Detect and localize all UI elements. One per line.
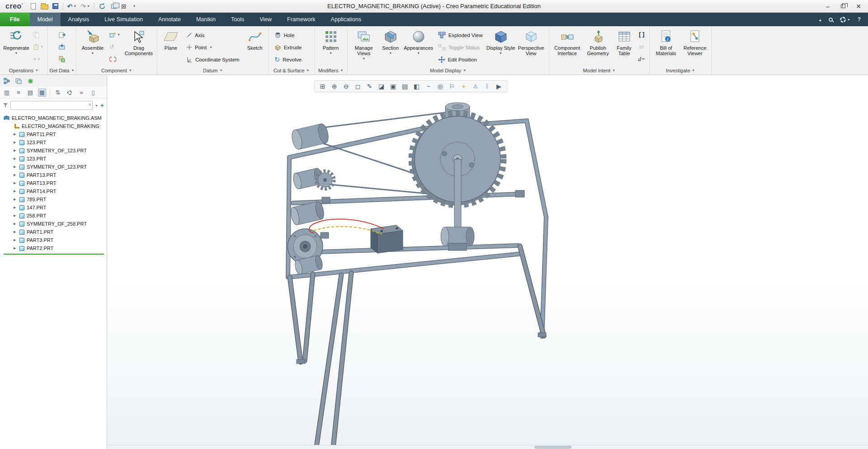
tree-item-root[interactable]: ELECTRO_MAGNETIC_BRAKING.ASM (0, 114, 107, 122)
help-button[interactable]: ? (858, 16, 861, 23)
spin-center-icon[interactable]: + (458, 80, 469, 92)
display-style-button[interactable]: Display Style ▼ (486, 28, 515, 55)
new-file-button[interactable] (29, 1, 38, 11)
component-interface-button[interactable]: Component Interface (551, 28, 584, 56)
expand-arrow-icon[interactable]: ▶ (14, 198, 17, 201)
more-chevrons-icon[interactable]: » (77, 89, 85, 97)
tab[interactable]: Annotate (151, 13, 189, 26)
tree-item[interactable]: ▶ PART14.PRT (0, 187, 107, 195)
tab[interactable]: Framework (279, 13, 323, 26)
add-filter-icon[interactable]: + (100, 102, 104, 109)
tree-item[interactable]: ▶ PART3.PRT (0, 236, 107, 244)
tree-item[interactable]: ▶ 147.PRT (0, 203, 107, 212)
close-button[interactable]: ✕ (852, 1, 865, 11)
restore-button[interactable] (836, 1, 850, 11)
minimize-button[interactable]: – (821, 1, 835, 11)
tab[interactable]: Live Simulation (97, 13, 151, 26)
tab[interactable]: Manikin (189, 13, 223, 26)
switch-symbols-button[interactable] (637, 42, 647, 52)
tree-item[interactable]: ▶ 789.PRT (0, 195, 107, 203)
point-button[interactable]: Point ▼ (184, 42, 241, 53)
family-table-button[interactable]: Family Table (613, 28, 636, 56)
operations-group-label[interactable]: Operations▼ (0, 67, 47, 75)
manage-views-button[interactable]: Manage Views ▼ (349, 28, 378, 60)
customize-qat-button[interactable]: ▼ (130, 1, 139, 11)
get-data-button[interactable] (57, 42, 67, 52)
graphics-viewport[interactable]: ⊞⊕⊖◻✎◪▣▤◧~◎⚐+⚠‖▶ (107, 75, 868, 449)
warning-icon[interactable]: ⚠ (470, 80, 481, 92)
user-defined-feature-button[interactable] (57, 54, 67, 64)
revolve-button[interactable]: ↻ Revolve (273, 54, 311, 65)
component-group-label[interactable]: Component▼ (76, 67, 157, 75)
exploded-view-button[interactable]: Exploded View (436, 29, 485, 41)
close-window-button[interactable]: ⊠ (119, 1, 128, 11)
datum-group-label[interactable]: Datum▼ (157, 67, 269, 75)
extrude-button[interactable]: Extrude (273, 42, 311, 53)
expand-arrow-icon[interactable]: ▶ (14, 230, 17, 234)
tree-filters-icon[interactable] (66, 89, 74, 97)
tree-item[interactable]: ▶ 258.PRT (0, 212, 107, 220)
minimize-ribbon-icon[interactable]: ▴ (819, 17, 821, 22)
insert-here-locator[interactable] (4, 254, 104, 255)
edit-position-button[interactable]: Edit Position (436, 54, 485, 65)
investigate-group-label[interactable]: Investigate▼ (650, 67, 711, 75)
expand-arrow-icon[interactable]: ▶ (14, 222, 17, 226)
tab[interactable]: Applications (323, 13, 369, 26)
tree-structure-icon[interactable] (3, 77, 11, 85)
tree-item[interactable]: ▶ PART13.PRT (0, 179, 107, 187)
display-style-icon[interactable]: ◪ (376, 80, 387, 92)
tree-item[interactable]: ▶ PART1.PRT (0, 228, 107, 236)
show-panel-icon[interactable] (14, 77, 23, 85)
expand-arrow-icon[interactable]: ▶ (14, 157, 17, 161)
regenerate-button[interactable]: Regenerate ▼ (2, 28, 31, 55)
expand-arrow-icon[interactable]: ▶ (14, 238, 17, 242)
plane-button[interactable]: Plane (159, 28, 183, 51)
expand-arrow-icon[interactable]: ▶ (14, 141, 17, 144)
reference-viewer-button[interactable]: Reference Viewer (680, 28, 709, 56)
drag-components-button[interactable]: Drag Components (123, 28, 155, 56)
tab[interactable]: Analysis (61, 13, 97, 26)
expand-arrow-icon[interactable]: ▶ (14, 165, 17, 169)
sketch-button[interactable]: Sketch (243, 28, 267, 51)
get-data-group-label[interactable]: Get Data▼ (48, 67, 76, 75)
parameters-button[interactable]: [] (637, 29, 647, 40)
sort-icon[interactable]: ⇅ (54, 89, 62, 97)
expand-arrow-icon[interactable]: ▶ (14, 206, 17, 209)
model-intent-group-label[interactable]: Model Intent▼ (549, 67, 650, 75)
expand-arrow-icon[interactable]: ▶ (14, 246, 17, 250)
repeat-component-button[interactable]: ↺ (108, 42, 122, 52)
tree-item[interactable]: ▶ 123.PRT (0, 138, 107, 147)
tree-item[interactable]: ▶ SYMMETRY_OF_123.PRT (0, 163, 107, 171)
sketch-display-icon[interactable]: ~ (423, 80, 434, 92)
refit-icon[interactable]: ◻ (352, 80, 363, 92)
tree-item[interactable]: ▶ PART11.PRT (0, 130, 107, 138)
tree-filter-input[interactable] (10, 101, 93, 110)
repaint-icon[interactable]: ✎ (364, 80, 375, 92)
view-normal-icon[interactable]: ◧ (411, 80, 422, 92)
axis-button[interactable]: Axis (184, 29, 241, 41)
save-button[interactable] (51, 1, 60, 11)
annotation-display-icon[interactable]: ⚐ (446, 80, 458, 92)
section-view-icon[interactable]: ▣ (387, 80, 399, 92)
regenerate-quick-button[interactable] (97, 1, 107, 11)
relations-button[interactable]: d= (637, 54, 647, 64)
import-button[interactable] (57, 29, 67, 40)
open-file-button[interactable] (39, 1, 50, 11)
clear-filter-icon[interactable]: × (88, 102, 91, 107)
pause-icon[interactable]: ‖ (481, 80, 493, 92)
paste-button[interactable]: ▼ (32, 42, 45, 52)
hole-button[interactable]: Hole (273, 29, 311, 41)
coordinate-system-button[interactable]: Coordinate System (184, 54, 241, 65)
highlight-icon[interactable] (26, 77, 34, 85)
toggle-status-button[interactable]: Toggle Status (436, 42, 485, 53)
expand-arrow-icon[interactable]: ▶ (14, 173, 17, 177)
undo-button[interactable]: ↶▼ (66, 1, 78, 11)
redo-button[interactable]: ↷▼ (79, 1, 91, 11)
saved-views-icon[interactable]: ▤ (399, 80, 410, 92)
bill-of-materials-button[interactable]: i Bill of Materials (651, 28, 680, 56)
appearances-button[interactable]: Appearances ▼ (403, 28, 434, 55)
play-icon[interactable]: ▶ (493, 80, 505, 92)
cut-surface-group-label[interactable]: Cut & Surface▼ (269, 67, 314, 75)
chevron-down-icon[interactable]: ▼ (95, 104, 98, 107)
tab[interactable]: Tools (223, 13, 252, 26)
